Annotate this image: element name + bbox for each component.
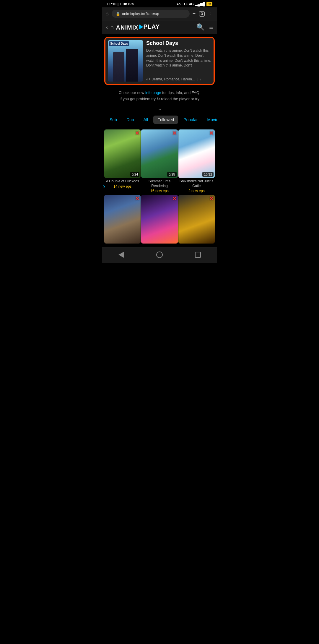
tag-list: Drama, Romance, Harem...	[152, 77, 195, 81]
episode-badge-cuckoos: 0/24	[130, 172, 139, 177]
episode-badge-summer: 0/25	[167, 172, 176, 177]
browser-home-icon[interactable]: ⌂	[105, 11, 109, 17]
anime-item-cuckoos[interactable]: ✕ 0/24 A Couple of Cuckoos 14 new eps	[104, 129, 141, 194]
home-site-icon[interactable]: ⌂	[110, 24, 114, 30]
info-text-2: for tips, info, and FAQ.	[161, 90, 200, 95]
info-notice: Check our new info page for tips, info, …	[102, 87, 217, 105]
featured-description: Don't watch this anime, Don't watch this…	[146, 48, 211, 68]
info-text-1: Check our new	[119, 90, 145, 95]
info-text-4: reload the player or try	[160, 97, 200, 101]
tab-sub[interactable]: Sub	[105, 116, 121, 124]
menu-icon[interactable]: ≡	[209, 23, 213, 31]
header-left: ‹ ⌂ ANIMIXPLAY	[106, 23, 160, 31]
poster-art-4	[104, 195, 141, 243]
anime-title-summer: Summer Time Rendering	[141, 178, 178, 189]
play-triangle-icon	[139, 24, 143, 30]
featured-tags: 🏷 Drama, Romance, Harem... ‹ ›	[146, 77, 211, 82]
new-eps-cuckoos: 14 new eps	[104, 184, 141, 190]
status-time: 11:10 | 1.3KB/s	[107, 2, 134, 6]
signal-bars: ▂▄▆█	[195, 2, 205, 6]
expand-arrow[interactable]: ⌄	[102, 105, 217, 113]
tab-dub[interactable]: Dub	[122, 116, 138, 124]
anime-poster-4: ✕	[104, 195, 141, 243]
info-text-3: If you got problem try	[120, 97, 157, 101]
search-icon[interactable]: 🔍	[196, 23, 204, 31]
new-eps-summer: 16 new eps	[141, 189, 178, 194]
thumb-title-label: School Days	[109, 41, 129, 46]
navigation-bar	[102, 247, 217, 263]
tab-movie[interactable]: Movie	[203, 116, 217, 124]
side-scroll-arrow[interactable]: ›	[102, 181, 106, 192]
site-header: ‹ ⌂ ANIMIXPLAY 🔍 ≡	[102, 20, 217, 34]
tag-next-icon[interactable]: ›	[200, 77, 201, 82]
remove-cuckoos-button[interactable]: ✕	[135, 131, 139, 136]
poster-art-6	[178, 195, 215, 243]
tab-all[interactable]: All	[139, 116, 152, 124]
nav-recents-icon	[195, 252, 201, 258]
remove-6-button[interactable]: ✕	[209, 196, 214, 201]
featured-thumbnail: School Days	[108, 40, 143, 82]
logo-play: PLAY	[139, 23, 160, 30]
anime-item-shikimori[interactable]: ✕ 10/12 Shikimori's Not Just a Cutie 2 n…	[178, 129, 215, 194]
anime-title-shikimori: Shikimori's Not Just a Cutie	[178, 178, 215, 189]
anime-item-6[interactable]: ✕	[178, 195, 215, 243]
anime-poster-6: ✕	[178, 195, 215, 243]
anime-item-4[interactable]: ✕	[104, 195, 141, 243]
network-indicator: Yo LTE 4G	[176, 2, 194, 6]
tab-count[interactable]: 3	[199, 11, 205, 17]
anime-item-5[interactable]: ✕	[141, 195, 178, 243]
browser-bar: ⌂ 🔒 animixplay.to/?tab=up + 3 ⋮	[102, 7, 217, 20]
episode-badge-shikimori: 10/12	[202, 172, 214, 177]
reload-icon[interactable]: ↻	[157, 97, 160, 101]
poster-art-cuckoos	[104, 129, 141, 178]
url-bar[interactable]: 🔒 animixplay.to/?tab=up	[112, 10, 190, 18]
featured-card[interactable]: School Days School Days Don't watch this…	[105, 37, 214, 85]
featured-title: School Days	[146, 40, 211, 46]
nav-back-icon	[118, 252, 124, 258]
poster-art-5	[141, 195, 178, 243]
anime-poster-shikimori: ✕ 10/12	[178, 129, 215, 178]
header-right: 🔍 ≡	[196, 23, 213, 31]
tag-icon: 🏷	[146, 77, 150, 81]
tab-followed[interactable]: Followed	[153, 116, 178, 124]
browser-menu-icon[interactable]: ⋮	[208, 11, 214, 17]
tag-prev-icon[interactable]: ‹	[197, 77, 198, 82]
featured-info: School Days Don't watch this anime, Don'…	[146, 40, 211, 82]
anime-item-summer[interactable]: ✕ 0/25 Summer Time Rendering 16 new eps	[141, 129, 178, 194]
nav-home-button[interactable]	[155, 250, 164, 259]
poster-art-summer	[141, 129, 178, 178]
poster-art-shikimori	[178, 129, 215, 178]
tab-popular[interactable]: Popular	[179, 116, 202, 124]
status-bar: 11:10 | 1.3KB/s Yo LTE 4G ▂▄▆█ 83	[102, 0, 217, 7]
remove-5-button[interactable]: ✕	[172, 196, 177, 201]
back-button[interactable]: ‹	[106, 24, 108, 31]
status-right: Yo LTE 4G ▂▄▆█ 83	[176, 2, 212, 6]
anime-poster-5: ✕	[141, 195, 178, 243]
remove-summer-button[interactable]: ✕	[172, 131, 177, 136]
nav-home-icon	[156, 252, 163, 258]
filter-tabs: Sub Dub All Followed Popular Movie	[102, 113, 217, 127]
anime-grid-wrapper: › ✕ 0/24 A Couple of Cuckoos 14 new eps …	[102, 127, 217, 246]
remove-shikimori-button[interactable]: ✕	[209, 131, 214, 136]
add-tab-icon[interactable]: +	[193, 11, 196, 17]
anime-poster-summer: ✕ 0/25	[141, 129, 178, 178]
remove-4-button[interactable]: ✕	[135, 196, 139, 201]
nav-back-button[interactable]	[117, 250, 126, 259]
nav-recents-button[interactable]	[193, 250, 202, 259]
site-logo: ANIMIXPLAY	[116, 23, 160, 31]
featured-poster-art	[108, 40, 143, 82]
url-text: animixplay.to/?tab=up	[122, 12, 159, 16]
anime-grid: ✕ 0/24 A Couple of Cuckoos 14 new eps ✕ …	[102, 127, 217, 246]
battery-indicator: 83	[206, 2, 212, 6]
browser-actions: + 3 ⋮	[193, 11, 214, 17]
info-page-link[interactable]: info page	[145, 90, 161, 95]
new-eps-shikimori: 2 new eps	[178, 189, 215, 194]
anime-poster-cuckoos: ✕ 0/24	[104, 129, 141, 178]
lock-icon: 🔒	[116, 12, 120, 16]
anime-title-cuckoos: A Couple of Cuckoos	[104, 178, 141, 184]
